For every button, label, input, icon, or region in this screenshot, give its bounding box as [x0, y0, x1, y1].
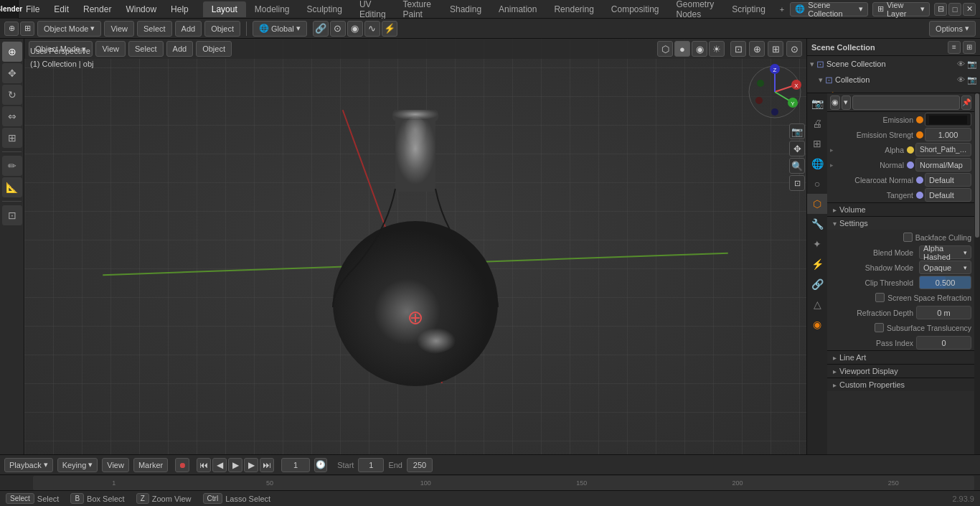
move-tool[interactable]: ✥ [2, 63, 22, 83]
end-frame-field[interactable]: 250 [407, 458, 433, 472]
jump-start-btn[interactable]: ⏮ [197, 458, 211, 472]
record-btn[interactable]: ⏺ [175, 458, 189, 472]
material-preview-btn[interactable]: ◉ [692, 41, 707, 57]
outliner-visibility-icon[interactable]: 👁 [957, 60, 965, 69]
play-btn[interactable]: ▶ [228, 458, 242, 472]
snap-btn[interactable]: 🔗 [313, 21, 329, 37]
playback-btn[interactable]: Playback▾ [4, 458, 53, 472]
object-btn[interactable]: Object [204, 21, 240, 37]
viewport-settings-btn[interactable]: ⊞ [768, 41, 783, 57]
clip-threshold-field[interactable]: 0.500 [919, 276, 971, 289]
outliner-filter-btn[interactable]: ≡ [948, 41, 961, 54]
menu-render[interactable]: Render [76, 0, 118, 18]
timeline-ruler-track[interactable]: 1 50 100 150 200 250 [33, 476, 974, 490]
jump-end-btn[interactable]: ⏭ [260, 458, 274, 472]
clearcoat-normal-value[interactable]: Default [925, 173, 971, 187]
render-props-icon[interactable]: 📷 [807, 93, 827, 113]
proportional-edit-btn[interactable]: ◉ [347, 21, 363, 37]
subsurface-translucency-checkbox[interactable] [875, 323, 884, 332]
menu-file[interactable]: File [19, 0, 47, 18]
nav-gizmo[interactable]: X Y Z [746, 63, 796, 113]
object-mode-btn[interactable]: Object Mode ▾ [37, 21, 101, 37]
normal-value[interactable]: Normal/Map [915, 158, 971, 172]
volume-section-header[interactable]: ▸ Volume [827, 202, 974, 216]
solid-btn[interactable]: ● [674, 41, 690, 57]
extra-btn[interactable]: ∿ [364, 21, 380, 37]
scene-selector[interactable]: 🌐 Scene Collection ▾ [790, 2, 868, 17]
start-frame-field[interactable]: 1 [358, 458, 384, 472]
vp-view-btn[interactable]: View [95, 41, 126, 57]
outliner-render-icon[interactable]: 📷 [967, 60, 977, 69]
add-cube-tool[interactable]: ⊡ [2, 205, 22, 225]
top-right-btn3[interactable]: ✕ [963, 3, 976, 16]
measure-tool[interactable]: 📐 [2, 177, 22, 197]
backface-culling-checkbox[interactable] [903, 233, 913, 242]
modifier-props-icon[interactable]: 🔧 [807, 214, 827, 234]
step-forward-btn[interactable]: ▶ [244, 458, 258, 472]
constraints-props-icon[interactable]: 🔗 [807, 274, 827, 294]
snap-element-btn[interactable]: ⊙ [330, 21, 346, 37]
data-props-icon[interactable]: △ [807, 294, 827, 314]
alpha-expand-arrow[interactable]: ▸ [830, 146, 834, 154]
line-art-section-header[interactable]: ▸ Line Art [827, 350, 974, 364]
alpha-value[interactable]: Short_Path_Distillati... [915, 143, 971, 156]
keying-btn[interactable]: Keying▾ [57, 458, 98, 472]
props-scroll-thumb[interactable] [975, 93, 979, 238]
object-props-icon[interactable]: ⬡ [807, 194, 827, 214]
cursor-tool[interactable]: ⊕ [2, 42, 22, 62]
transform-btn[interactable]: 🌐 Global ▾ [253, 21, 307, 37]
tab-layout[interactable]: Layout [203, 1, 246, 17]
screen-space-refraction-checkbox[interactable] [875, 293, 885, 302]
emission-strength-value[interactable]: 1.000 [925, 128, 971, 141]
menu-window[interactable]: Window [118, 0, 164, 18]
step-back-btn[interactable]: ◀ [212, 458, 227, 472]
camera-view-btn[interactable]: 📷 [789, 123, 805, 139]
options-btn[interactable]: Options ▾ [929, 21, 976, 37]
tab-animation[interactable]: Animation [490, 1, 545, 17]
rotate-tool[interactable]: ↻ [2, 85, 22, 105]
props-search-input[interactable] [852, 95, 960, 110]
collection-render-icon[interactable]: 📷 [967, 75, 977, 85]
pass-index-value[interactable]: 0 [916, 336, 971, 350]
viewport-display-section-header[interactable]: ▸ Viewport Display [827, 364, 974, 378]
select-btn[interactable]: Select [137, 21, 172, 37]
refraction-depth-value[interactable]: 0 m [916, 306, 971, 319]
marker-btn[interactable]: Marker [133, 458, 168, 472]
material-props-icon[interactable]: ◉ [807, 314, 827, 334]
tangent-value[interactable]: Default [925, 188, 971, 202]
tab-sculpting[interactable]: Sculpting [298, 1, 351, 17]
zoom-viewport-btn[interactable]: 🔍 [789, 158, 805, 174]
add-workspace-tab[interactable]: + [774, 2, 790, 17]
blend-mode-dropdown[interactable]: Alpha Hashed ▾ [919, 245, 971, 259]
menu-help[interactable]: Help [164, 0, 196, 18]
rendered-btn[interactable]: ☀ [709, 41, 725, 57]
tab-shading[interactable]: Shading [441, 1, 490, 17]
top-right-btn1[interactable]: ⊟ [934, 3, 947, 16]
props-pin-btn[interactable]: 📌 [961, 95, 971, 110]
viewport[interactable]: Object Mode ▾ View Select Add Object ⬡ ●… [24, 39, 806, 454]
tab-modeling[interactable]: Modeling [246, 1, 298, 17]
tool-icon-btn2[interactable]: ⊞ [20, 22, 34, 36]
view-layer-selector[interactable]: ⊞ View Layer ▾ [872, 2, 930, 17]
annotate-tool[interactable]: ✏ [2, 156, 22, 176]
gizmo-btn[interactable]: ⊕ [749, 41, 765, 57]
collection-visibility-icon[interactable]: 👁 [957, 75, 965, 85]
tab-rendering[interactable]: Rendering [545, 1, 602, 17]
snap-viewport-btn[interactable]: ⊙ [786, 41, 802, 57]
tab-scripting[interactable]: Scripting [723, 1, 774, 17]
props-filter-btn[interactable]: ▾ [842, 95, 852, 110]
vp-add-btn[interactable]: Add [166, 41, 194, 57]
props-scroll-track[interactable] [974, 93, 980, 454]
view-layer-props-icon[interactable]: ⊞ [807, 133, 827, 154]
custom-props-section-header[interactable]: ▸ Custom Properties [827, 378, 974, 391]
frame-field-icon[interactable]: 🕐 [314, 458, 327, 472]
props-back-btn[interactable]: ◉ [830, 95, 840, 110]
output-props-icon[interactable]: 🖨 [807, 113, 827, 133]
settings-section-header[interactable]: ▾ Settings [827, 216, 974, 230]
view-btn[interactable]: View [104, 21, 134, 37]
scene-collapse-icon[interactable]: ▾ [810, 60, 814, 69]
emission-value[interactable] [925, 113, 971, 126]
tab-compositing[interactable]: Compositing [603, 1, 668, 17]
collection-collapse-icon[interactable]: ▾ [819, 75, 823, 85]
tool-icon-btn[interactable]: ⊕ [4, 22, 19, 36]
